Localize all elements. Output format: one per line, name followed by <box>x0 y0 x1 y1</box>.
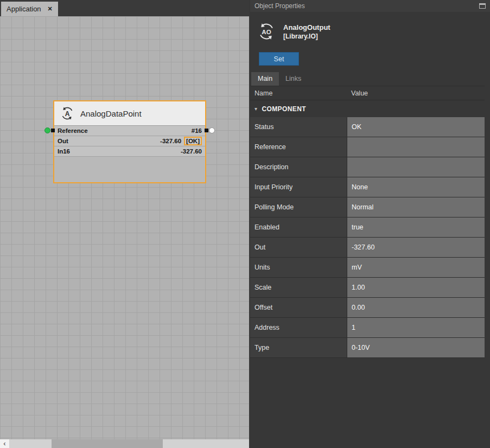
node-title: AnalogDataPoint <box>80 109 142 118</box>
analog-datapoint-icon: A <box>60 106 75 121</box>
property-name: Units <box>250 258 347 277</box>
input-port-icon[interactable] <box>44 127 50 133</box>
chevron-down-icon: ▾ <box>254 106 257 112</box>
property-value[interactable] <box>347 137 485 157</box>
svg-text:A: A <box>65 110 70 118</box>
output-port-icon[interactable] <box>209 127 215 133</box>
dock-icon[interactable] <box>479 3 486 9</box>
property-row-status[interactable]: StatusOK <box>250 117 485 137</box>
object-library: [Library.IO] <box>283 33 330 40</box>
node-row-value: -327.60 <box>160 138 181 144</box>
section-component[interactable]: ▾ COMPONENT <box>250 100 485 117</box>
node-title-bar[interactable]: A AnalogDataPoint <box>54 101 205 126</box>
scroll-left-icon[interactable]: ‹ <box>0 439 9 448</box>
node-row-out[interactable]: Out-327.60[OK] <box>54 136 205 146</box>
analog-output-icon: AO <box>257 22 276 41</box>
object-header: AO AnalogOutput [Library.IO] <box>250 12 490 47</box>
property-name: Polling Mode <box>250 197 347 217</box>
node-row-name: In16 <box>58 148 70 155</box>
property-row-reference[interactable]: Reference <box>250 137 485 157</box>
property-name: Offset <box>250 298 347 317</box>
tab-bar: Application ✕ <box>0 0 249 16</box>
object-properties-panel: Object Properties AO AnalogOutput [Libra… <box>250 0 490 448</box>
node-row-value: #16 <box>192 127 202 134</box>
property-name: Input Priority <box>250 177 347 197</box>
node-row-reference[interactable]: Reference#16 <box>54 126 205 136</box>
object-name: AnalogOutput <box>283 23 330 31</box>
property-rows: StatusOKReferenceDescriptionInput Priori… <box>250 117 485 358</box>
svg-text:AO: AO <box>262 29 271 35</box>
property-value[interactable]: Normal <box>347 197 485 217</box>
property-row-address[interactable]: Address1 <box>250 318 485 338</box>
property-row-type[interactable]: Type0-10V <box>250 338 485 358</box>
property-value[interactable]: None <box>347 177 485 197</box>
property-row-scale[interactable]: Scale1.00 <box>250 278 485 298</box>
property-row-offset[interactable]: Offset0.00 <box>250 298 485 318</box>
section-label: COMPONENT <box>262 105 306 113</box>
property-row-polling-mode[interactable]: Polling ModeNormal <box>250 197 485 217</box>
status-ok-highlight: [OK] <box>184 137 202 145</box>
node-row-value: -327.60 <box>181 148 202 155</box>
node-row-name: Reference <box>58 127 88 134</box>
scrollbar-thumb[interactable] <box>52 439 163 448</box>
property-name: Scale <box>250 278 347 297</box>
property-value[interactable]: mV <box>347 258 485 277</box>
close-icon[interactable]: ✕ <box>48 5 53 12</box>
panel-title: Object Properties <box>254 2 305 10</box>
selection-handle-right[interactable] <box>205 129 208 132</box>
property-value[interactable]: 1 <box>347 318 485 337</box>
property-value[interactable] <box>347 157 485 177</box>
node-row-name: Out <box>58 138 68 144</box>
property-value[interactable]: 0-10V <box>347 338 485 357</box>
diagram-canvas[interactable]: A AnalogDataPoint Reference#16Out-327.60… <box>0 16 249 439</box>
app-window: Application ✕ A AnalogDataPoint Referenc… <box>0 0 490 448</box>
tab-links[interactable]: Links <box>279 72 308 86</box>
node-row-in16[interactable]: In16-327.60 <box>54 146 205 157</box>
table-header: Name Value <box>250 86 485 100</box>
property-value[interactable]: 0.00 <box>347 298 485 317</box>
column-value-header: Value <box>347 89 485 97</box>
property-value[interactable]: 1.00 <box>347 278 485 297</box>
node-rows: Reference#16Out-327.60[OK]In16-327.60 <box>54 126 205 157</box>
property-value[interactable]: -327.60 <box>347 238 485 257</box>
set-button[interactable]: Set <box>259 52 299 66</box>
panel-header: Object Properties <box>250 0 490 12</box>
horizontal-scrollbar[interactable]: ‹ <box>0 439 249 448</box>
property-value[interactable]: true <box>347 217 485 237</box>
property-name: Type <box>250 338 347 357</box>
property-tabs: Main Links <box>251 72 490 86</box>
property-name: Out <box>250 238 347 257</box>
property-row-input-priority[interactable]: Input PriorityNone <box>250 177 485 197</box>
property-row-enabled[interactable]: Enabledtrue <box>250 217 485 238</box>
diagram-pane: Application ✕ A AnalogDataPoint Referenc… <box>0 0 249 448</box>
tab-label: Application <box>7 5 41 13</box>
node-analogdatapoint[interactable]: A AnalogDataPoint Reference#16Out-327.60… <box>53 100 206 183</box>
selection-handle-left[interactable] <box>51 129 55 132</box>
property-row-description[interactable]: Description <box>250 157 485 177</box>
property-row-out[interactable]: Out-327.60 <box>250 238 485 258</box>
property-name: Status <box>250 117 347 137</box>
property-name: Description <box>250 157 347 177</box>
property-table: Name Value ▾ COMPONENT StatusOKReference… <box>250 86 485 358</box>
property-value[interactable]: OK <box>347 117 485 137</box>
tab-main[interactable]: Main <box>251 72 279 86</box>
property-row-units[interactable]: UnitsmV <box>250 258 485 278</box>
property-name: Enabled <box>250 217 347 237</box>
property-name: Address <box>250 318 347 337</box>
column-name-header: Name <box>250 89 347 97</box>
property-name: Reference <box>250 137 347 157</box>
tab-application[interactable]: Application ✕ <box>1 2 58 16</box>
